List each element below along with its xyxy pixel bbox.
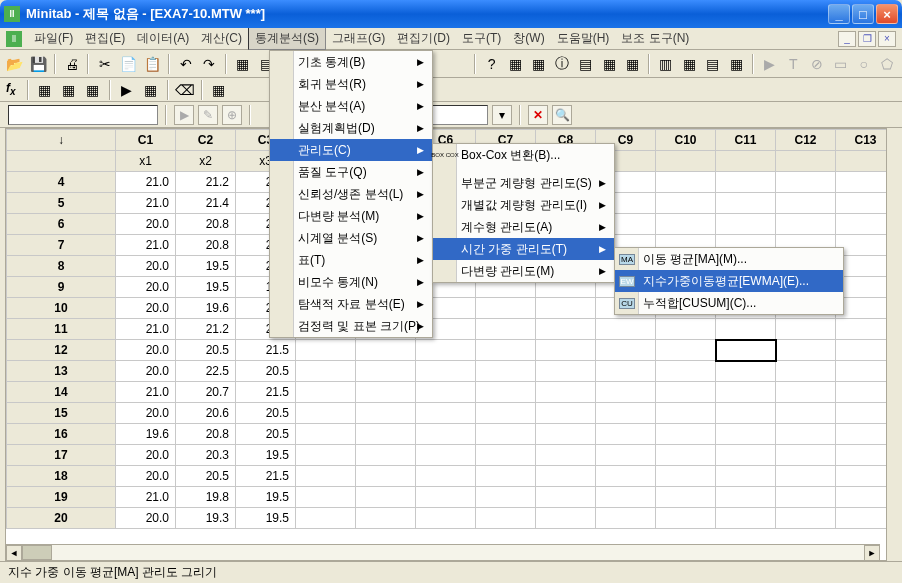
menu-attributes[interactable]: 계수형 관리도(A)▶ — [433, 216, 614, 238]
cell[interactable] — [596, 340, 656, 361]
stat-icon[interactable]: ▦ — [504, 53, 525, 75]
redo-icon[interactable]: ↷ — [198, 53, 219, 75]
menu-time-weighted[interactable]: 시간 가중 관리도(T)▶ — [433, 238, 614, 260]
cell[interactable]: 20.7 — [176, 382, 236, 403]
row-header[interactable]: 15 — [7, 403, 116, 424]
cell[interactable] — [596, 445, 656, 466]
cell[interactable]: 20.0 — [116, 445, 176, 466]
cell[interactable] — [596, 508, 656, 529]
app-menu-icon[interactable]: ll — [6, 31, 22, 47]
row-header[interactable]: 20 — [7, 508, 116, 529]
cell[interactable] — [716, 172, 776, 193]
win4-icon[interactable]: ▦ — [726, 53, 747, 75]
cell[interactable] — [416, 487, 476, 508]
cell[interactable]: 19.5 — [236, 487, 296, 508]
cell[interactable] — [356, 403, 416, 424]
cell[interactable] — [536, 298, 596, 319]
cell[interactable] — [656, 445, 716, 466]
win2-icon[interactable]: ▦ — [679, 53, 700, 75]
row-header[interactable]: 13 — [7, 361, 116, 382]
save-icon[interactable]: 💾 — [27, 53, 48, 75]
cell[interactable] — [776, 214, 836, 235]
cell[interactable]: 19.5 — [176, 277, 236, 298]
menu-power[interactable]: 검정력 및 표본 크기(P)▶ — [270, 315, 432, 337]
pointer-icon[interactable]: ▶ — [759, 53, 780, 75]
cell[interactable] — [476, 298, 536, 319]
cell[interactable] — [416, 445, 476, 466]
cell[interactable] — [356, 424, 416, 445]
cell[interactable]: 20.8 — [176, 424, 236, 445]
cell[interactable] — [716, 361, 776, 382]
cell[interactable]: 21.0 — [116, 235, 176, 256]
row-header[interactable]: 17 — [7, 445, 116, 466]
cell[interactable]: 21.0 — [116, 382, 176, 403]
text-icon[interactable]: T — [783, 53, 804, 75]
cell[interactable] — [416, 403, 476, 424]
cell[interactable] — [716, 424, 776, 445]
cell[interactable]: 20.5 — [236, 424, 296, 445]
popup-time-weighted[interactable]: MA이동 평균[MA](M)... EW지수가중이동평균[EWMA](E)...… — [614, 247, 844, 315]
cell[interactable] — [536, 340, 596, 361]
cell[interactable]: 20.0 — [116, 298, 176, 319]
column-name[interactable] — [776, 151, 836, 172]
cell[interactable] — [716, 319, 776, 340]
cell[interactable] — [776, 508, 836, 529]
menu-calc[interactable]: 계산(C) — [195, 28, 248, 49]
cell[interactable] — [596, 466, 656, 487]
column-name[interactable] — [716, 151, 776, 172]
menu-window[interactable]: 창(W) — [507, 28, 550, 49]
cell[interactable] — [296, 466, 356, 487]
menu-tables[interactable]: 표(T)▶ — [270, 249, 432, 271]
print-icon[interactable]: 🖨 — [61, 53, 82, 75]
cell[interactable]: 20.5 — [176, 340, 236, 361]
win3-icon[interactable]: ▤ — [702, 53, 723, 75]
paste-icon[interactable]: 📋 — [141, 53, 162, 75]
popup-control-charts[interactable]: BOX COXBox-Cox 변환(B)... 부분군 계량형 관리도(S)▶ … — [432, 143, 615, 283]
cell[interactable] — [716, 487, 776, 508]
cell[interactable] — [476, 340, 536, 361]
cell[interactable] — [716, 466, 776, 487]
fb-icon5[interactable]: ▦ — [140, 79, 162, 101]
menu-edit[interactable]: 편집(E) — [79, 28, 131, 49]
cell[interactable] — [296, 382, 356, 403]
fb-icon1[interactable]: ▦ — [34, 79, 56, 101]
cell[interactable] — [716, 193, 776, 214]
fb-icon6[interactable]: ▦ — [208, 79, 230, 101]
menu-boxcox[interactable]: BOX COXBox-Cox 변환(B)... — [433, 144, 614, 166]
line-icon[interactable]: ⊘ — [806, 53, 827, 75]
cell[interactable] — [776, 340, 836, 361]
column-header[interactable]: C10 — [656, 130, 716, 151]
info-icon[interactable]: ⓘ — [551, 53, 572, 75]
menu-editor[interactable]: 편집기(D) — [391, 28, 456, 49]
crosshair-icon[interactable]: ⊕ — [222, 105, 242, 125]
cell[interactable]: 20.8 — [176, 235, 236, 256]
cell[interactable]: 19.3 — [176, 508, 236, 529]
menu-regression[interactable]: 회귀 분석(R)▶ — [270, 73, 432, 95]
cell[interactable] — [296, 424, 356, 445]
cell[interactable] — [356, 487, 416, 508]
copy-icon[interactable]: 📄 — [118, 53, 139, 75]
cell[interactable] — [476, 382, 536, 403]
cell[interactable]: 20.0 — [116, 256, 176, 277]
menu-multivariate-charts[interactable]: 다변량 관리도(M)▶ — [433, 260, 614, 282]
cell[interactable] — [656, 487, 716, 508]
cell[interactable] — [296, 403, 356, 424]
rect-icon[interactable]: ▭ — [830, 53, 851, 75]
menu-basic-stats[interactable]: 기초 통계(B)▶ — [270, 51, 432, 73]
menu-file[interactable]: 파일(F) — [28, 28, 79, 49]
cell[interactable]: 20.6 — [176, 403, 236, 424]
cell[interactable] — [596, 487, 656, 508]
cell[interactable] — [776, 361, 836, 382]
cell[interactable] — [536, 403, 596, 424]
row-header[interactable]: 18 — [7, 466, 116, 487]
cell[interactable] — [476, 445, 536, 466]
tool2-icon[interactable]: ▦ — [598, 53, 619, 75]
menu-timeseries[interactable]: 시계열 분석(S)▶ — [270, 227, 432, 249]
cell[interactable] — [656, 361, 716, 382]
cell[interactable] — [656, 340, 716, 361]
cell[interactable] — [776, 193, 836, 214]
cell[interactable]: 20.0 — [116, 403, 176, 424]
find-go-icon[interactable]: 🔍 — [552, 105, 572, 125]
maximize-button[interactable]: □ — [852, 4, 874, 24]
cell[interactable] — [656, 424, 716, 445]
